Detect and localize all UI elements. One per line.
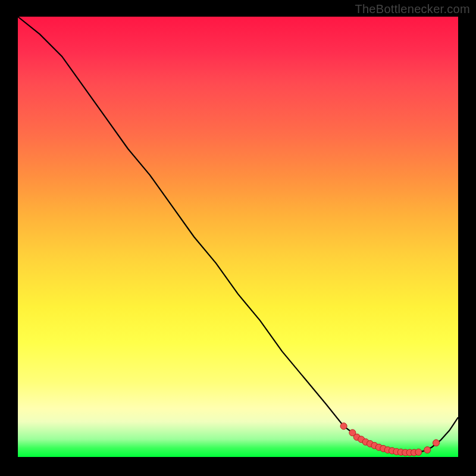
curve-svg — [18, 17, 458, 457]
curve-marker — [433, 440, 440, 446]
plot-area — [18, 17, 458, 457]
bottleneck-curve — [18, 17, 458, 453]
watermark-text: TheBottlenecker.com — [355, 2, 470, 16]
curve-marker — [340, 423, 347, 430]
curve-marker — [415, 449, 422, 455]
curve-markers — [340, 423, 439, 456]
chart-frame: TheBottlenecker.com — [0, 0, 476, 476]
curve-marker — [424, 447, 431, 453]
